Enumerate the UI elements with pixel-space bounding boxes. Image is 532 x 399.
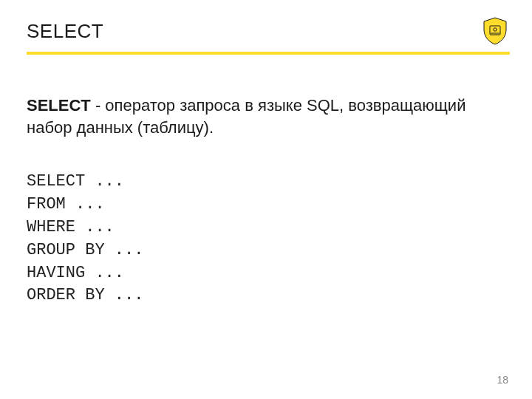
definition-text: SELECT - оператор запроса в языке SQL, в… bbox=[27, 95, 502, 138]
brand-logo bbox=[480, 16, 510, 46]
definition-term: SELECT bbox=[27, 96, 91, 115]
slide-header: SELECT bbox=[27, 16, 510, 46]
code-block: SELECT ... FROM ... WHERE ... GROUP BY .… bbox=[27, 171, 502, 307]
slide: SELECT SELECT - оператор запроса в языке… bbox=[0, 0, 532, 399]
shield-icon bbox=[480, 16, 510, 46]
page-number: 18 bbox=[497, 374, 508, 386]
header-divider bbox=[27, 52, 510, 55]
definition-rest: - оператор запроса в языке SQL, возвраща… bbox=[27, 96, 466, 137]
slide-body: SELECT - оператор запроса в языке SQL, в… bbox=[27, 95, 502, 307]
slide-title: SELECT bbox=[27, 20, 103, 43]
